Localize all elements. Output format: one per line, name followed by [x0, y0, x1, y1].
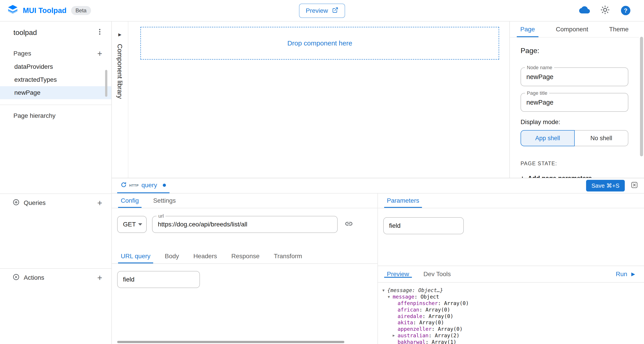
theme-toggle-button[interactable]: [599, 5, 611, 16]
page-title-label: Page title: [525, 90, 549, 96]
json-tree-row: affenpinscher: Array(0): [382, 300, 644, 307]
horizontal-scrollbar-thumb[interactable]: [117, 341, 344, 343]
component-library-label[interactable]: Component library: [116, 44, 124, 99]
json-preview-tree: ▼{message: Object…} ▼message: Object aff…: [378, 283, 644, 344]
expand-arrow-icon[interactable]: ▼: [382, 288, 387, 292]
bind-url-button[interactable]: [343, 219, 355, 230]
parameter-input[interactable]: [389, 222, 458, 229]
tab-parameters[interactable]: Parameters: [380, 194, 426, 208]
json-key: african: [398, 307, 419, 313]
kebab-icon: [96, 30, 103, 37]
add-page-parameters-button[interactable]: + Add page parameters: [520, 175, 628, 178]
url-query-input[interactable]: [123, 276, 194, 283]
brand: MUI Toolpad Beta: [7, 4, 91, 17]
node-name-label: Node name: [525, 65, 554, 71]
sidebar-item-newpage[interactable]: newPage: [0, 86, 111, 99]
deploy-status-button[interactable]: [579, 5, 590, 16]
tab-body[interactable]: Body: [158, 249, 186, 263]
json-separator: :: [414, 294, 420, 300]
inspector-heading: Page:: [520, 47, 628, 55]
request-row: GET url: [112, 208, 378, 249]
json-value: Object: [420, 294, 439, 300]
tab-component[interactable]: Component: [552, 22, 592, 37]
tab-preview[interactable]: Preview: [380, 271, 416, 278]
add-query-button[interactable]: +: [94, 198, 105, 208]
sidebar-item-extractedtypes[interactable]: extractedTypes: [0, 73, 111, 86]
beta-badge: Beta: [71, 6, 91, 15]
node-name-input[interactable]: [526, 73, 622, 81]
preview-button[interactable]: Preview: [299, 4, 345, 18]
app-bar: MUI Toolpad Beta Preview: [0, 0, 644, 22]
tab-response[interactable]: Response: [224, 249, 266, 263]
drop-zone[interactable]: Drop component here: [140, 27, 499, 60]
node-name-field: Node name: [520, 67, 628, 86]
app-title: MUI Toolpad: [23, 6, 67, 15]
tab-dev-tools[interactable]: Dev Tools: [416, 271, 458, 278]
query-tab[interactable]: HTTP query: [117, 178, 170, 193]
tab-headers[interactable]: Headers: [186, 249, 224, 263]
actions-divider: [0, 268, 111, 269]
expand-arrow-icon[interactable]: ▶: [393, 333, 398, 337]
project-menu-button[interactable]: [95, 27, 104, 38]
run-label: Run: [616, 271, 627, 278]
component-library-strip: ▸ Component library: [112, 22, 128, 178]
json-value: Array(2): [435, 332, 460, 338]
json-value: Array(0): [444, 300, 469, 306]
json-separator: :: [426, 339, 432, 344]
mui-toolpad-window: MUI Toolpad Beta Preview: [0, 0, 644, 344]
tab-settings[interactable]: Settings: [146, 194, 183, 208]
json-key: appenzeller: [398, 326, 432, 332]
queries-divider: [0, 194, 111, 194]
link-icon: [344, 220, 353, 230]
expand-arrow-icon[interactable]: ▼: [388, 295, 393, 299]
request-detail-tabs: URL query Body Headers Response Transfor…: [112, 249, 378, 264]
url-label: url: [156, 213, 166, 219]
run-button[interactable]: Run ▶: [613, 270, 642, 278]
json-tree-row: bakharwal: Array(1): [382, 339, 644, 344]
json-separator: :: [413, 319, 419, 325]
external-link-icon: [332, 7, 338, 15]
close-editor-button[interactable]: [631, 182, 638, 190]
page-hierarchy-item[interactable]: Page hierarchy: [0, 105, 111, 119]
result-tabs: Preview Dev Tools Run ▶: [378, 266, 644, 283]
tab-theme[interactable]: Theme: [606, 22, 632, 37]
json-key: message: [393, 294, 414, 300]
json-key: airedale: [398, 313, 422, 319]
page-title-input[interactable]: [526, 99, 622, 106]
tab-transform[interactable]: Transform: [267, 249, 310, 263]
query-editor-header: HTTP query Save ⌘+S: [112, 178, 644, 194]
toggle-no-shell[interactable]: No shell: [575, 130, 628, 146]
actions-section-header: Actions +: [0, 271, 111, 284]
query-editor-body: Config Settings GET url: [112, 194, 644, 344]
toolpad-logo-icon: [7, 4, 18, 17]
unsaved-indicator-dot: [163, 184, 166, 187]
toggle-app-shell[interactable]: App shell: [520, 130, 575, 146]
json-value: Array(0): [438, 326, 463, 332]
page-state-label: PAGE STATE:: [520, 160, 628, 167]
json-value: Array(0): [426, 307, 450, 313]
method-value: GET: [123, 221, 136, 228]
json-separator: :: [422, 313, 429, 319]
tab-page[interactable]: Page: [517, 22, 538, 37]
method-select[interactable]: GET: [117, 216, 147, 233]
json-separator: :: [432, 326, 438, 332]
inspector-panel: Page Component Theme Page: Node name Pag…: [510, 22, 639, 178]
tab-config[interactable]: Config: [114, 194, 146, 208]
sidebar-item-dataproviders[interactable]: dataProviders: [0, 60, 111, 73]
actions-header-label: Actions: [24, 274, 44, 281]
url-input[interactable]: [158, 221, 332, 228]
json-separator: :: [438, 300, 444, 306]
expand-library-icon[interactable]: ▸: [118, 31, 122, 38]
save-button[interactable]: Save ⌘+S: [586, 180, 625, 192]
pages-list-scrollbar[interactable]: [105, 70, 107, 97]
json-value: Array(1): [432, 339, 456, 344]
help-button[interactable]: ?: [620, 5, 632, 16]
inspector-scrollbar[interactable]: [640, 22, 644, 178]
add-action-button[interactable]: +: [94, 272, 105, 283]
json-tree-row: ▶australian: Array(2): [382, 332, 644, 339]
json-tree-row: ▼message: Object: [382, 294, 644, 300]
inspector-scrollbar-thumb[interactable]: [640, 37, 643, 156]
tab-url-query[interactable]: URL query: [114, 249, 158, 263]
queries-header-label: Queries: [24, 199, 46, 207]
add-page-button[interactable]: +: [94, 48, 105, 59]
